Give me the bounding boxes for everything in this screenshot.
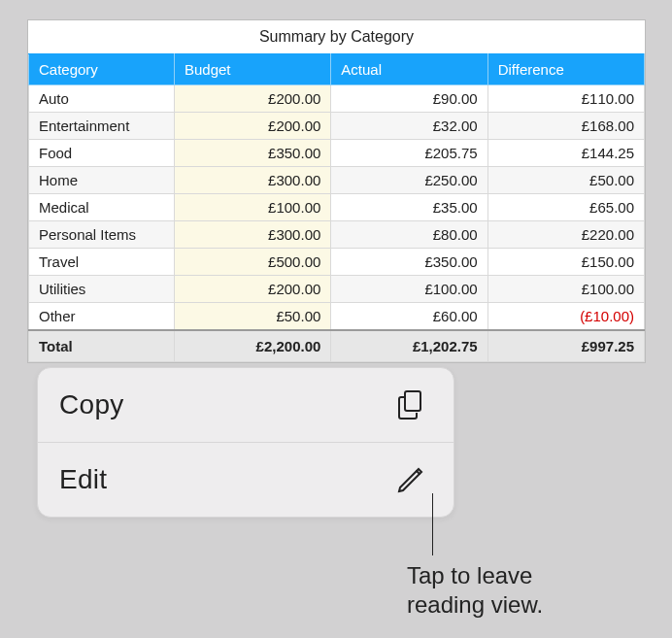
copy-label: Copy	[59, 389, 124, 420]
table-cell[interactable]: Home	[29, 167, 175, 194]
table-header-row: Category Budget Actual Difference	[29, 54, 645, 85]
table-cell[interactable]: (£10.00)	[487, 303, 644, 331]
table-cell[interactable]: £100.00	[331, 276, 487, 303]
col-budget[interactable]: Budget	[175, 54, 331, 85]
table-cell[interactable]: £90.00	[331, 85, 487, 113]
table-cell[interactable]: £150.00	[487, 249, 644, 276]
svg-rect-0	[405, 391, 420, 411]
table-row[interactable]: Home£300.00£250.00£50.00	[29, 167, 645, 194]
callout-line1: Tap to leave	[407, 561, 543, 590]
table-cell[interactable]: £32.00	[331, 113, 487, 140]
table-cell[interactable]: £200.00	[175, 276, 331, 303]
table-cell[interactable]: £350.00	[331, 249, 487, 276]
table-cell[interactable]: £300.00	[175, 221, 331, 249]
table-cell[interactable]: Entertainment	[29, 113, 175, 140]
copy-icon	[393, 387, 428, 422]
table-cell[interactable]: £500.00	[175, 249, 331, 276]
callout-leader-line	[432, 493, 433, 555]
table-cell[interactable]: £100.00	[175, 194, 331, 221]
table-cell[interactable]: £50.00	[175, 303, 331, 331]
table-cell[interactable]: Travel	[29, 249, 175, 276]
pencil-icon	[393, 462, 428, 497]
table-cell[interactable]: £350.00	[175, 140, 331, 167]
table-row[interactable]: Food£350.00£205.75£144.25	[29, 140, 645, 167]
table-cell[interactable]: Medical	[29, 194, 175, 221]
table-cell[interactable]: Auto	[29, 85, 175, 113]
edit-menu-item[interactable]: Edit	[38, 442, 454, 517]
table-cell[interactable]: Utilities	[29, 276, 175, 303]
table-cell[interactable]: £220.00	[487, 221, 644, 249]
table-cell[interactable]: Food	[29, 140, 175, 167]
table-cell[interactable]: £100.00	[487, 276, 644, 303]
table-cell[interactable]: £110.00	[487, 85, 644, 113]
table-cell[interactable]: Total	[29, 330, 175, 362]
table-cell[interactable]: £205.75	[331, 140, 487, 167]
table-cell[interactable]: £50.00	[487, 167, 644, 194]
copy-menu-item[interactable]: Copy	[38, 368, 454, 442]
table-cell[interactable]: £65.00	[487, 194, 644, 221]
table-cell[interactable]: £300.00	[175, 167, 331, 194]
context-menu: Copy Edit	[37, 367, 454, 518]
table-row[interactable]: Other£50.00£60.00(£10.00)	[29, 303, 645, 331]
summary-table: Category Budget Actual Difference Auto£2…	[28, 53, 645, 362]
table-cell[interactable]: £35.00	[331, 194, 487, 221]
table-row[interactable]: Personal Items£300.00£80.00£220.00	[29, 221, 645, 249]
edit-label: Edit	[59, 464, 107, 495]
table-cell[interactable]: £2,200.00	[175, 330, 331, 362]
callout-text: Tap to leave reading view.	[407, 561, 543, 620]
table-cell[interactable]: £80.00	[331, 221, 487, 249]
callout-line2: reading view.	[407, 590, 543, 620]
table-row[interactable]: Travel£500.00£350.00£150.00	[29, 249, 645, 276]
table-cell[interactable]: £144.25	[487, 140, 644, 167]
table-cell[interactable]: Personal Items	[29, 221, 175, 249]
table-row[interactable]: Medical£100.00£35.00£65.00	[29, 194, 645, 221]
table-cell[interactable]: £1,202.75	[331, 330, 487, 362]
sheet-title: Summary by Category	[28, 20, 645, 53]
col-actual[interactable]: Actual	[331, 54, 487, 85]
col-category[interactable]: Category	[29, 54, 175, 85]
table-cell[interactable]: £200.00	[175, 85, 331, 113]
table-total-row[interactable]: Total£2,200.00£1,202.75£997.25	[29, 330, 645, 362]
table-cell[interactable]: £200.00	[175, 113, 331, 140]
table-row[interactable]: Auto£200.00£90.00£110.00	[29, 85, 645, 113]
table-cell[interactable]: Other	[29, 303, 175, 331]
table-cell[interactable]: £997.25	[487, 330, 644, 362]
table-row[interactable]: Utilities£200.00£100.00£100.00	[29, 276, 645, 303]
col-difference[interactable]: Difference	[487, 54, 644, 85]
spreadsheet-panel: Summary by Category Category Budget Actu…	[27, 19, 646, 363]
table-row[interactable]: Entertainment£200.00£32.00£168.00	[29, 113, 645, 140]
table-cell[interactable]: £250.00	[331, 167, 487, 194]
table-cell[interactable]: £60.00	[331, 303, 487, 331]
table-cell[interactable]: £168.00	[487, 113, 644, 140]
